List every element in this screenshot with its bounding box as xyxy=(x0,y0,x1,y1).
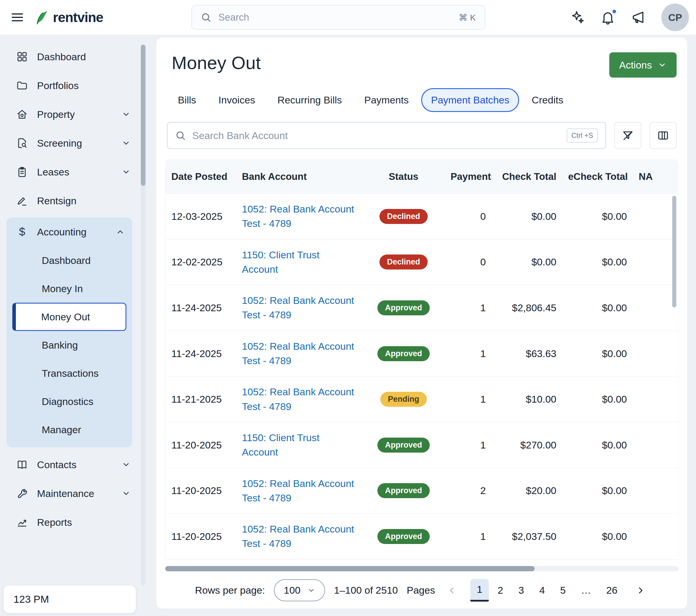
column-header-bank-account[interactable]: Bank Account xyxy=(236,160,362,193)
sidebar-scrollbar-thumb[interactable] xyxy=(141,45,145,186)
previous-page-button[interactable] xyxy=(444,585,460,596)
bank-account-link[interactable]: 1150: Client Trust Account xyxy=(242,249,319,275)
sidebar-item-diagnostics[interactable]: Diagnostics xyxy=(12,388,126,415)
sidebar-item-label: Transactions xyxy=(42,368,98,379)
column-header-echeck-total[interactable]: eCheck Total xyxy=(562,160,633,193)
rows-per-page-label: Rows per page: xyxy=(195,585,265,596)
bank-account-link[interactable]: 1052: Real Bank Account Test - 4789 xyxy=(242,386,354,412)
sidebar-item-accounting-dashboard[interactable]: Dashboard xyxy=(12,246,126,274)
chevron-down-icon xyxy=(122,168,130,176)
page-ellipsis: … xyxy=(575,580,598,601)
tab-credits[interactable]: Credits xyxy=(522,88,573,112)
table-row[interactable]: 11-24-2025 1052: Real Bank Account Test … xyxy=(165,331,678,377)
table-row[interactable]: 11-20-2025 1150: Client Trust Account Ap… xyxy=(165,422,678,468)
column-header-check-total[interactable]: Check Total xyxy=(492,160,562,193)
tab-invoices[interactable]: Invoices xyxy=(209,88,265,112)
tab-bar: Bills Invoices Recurring Bills Payments … xyxy=(156,88,687,112)
cell-echeck-total: $0.00 xyxy=(562,294,633,322)
sidebar-item-manager[interactable]: Manager xyxy=(12,415,126,444)
sidebar-item-accounting[interactable]: $ Accounting xyxy=(6,218,132,246)
sidebar-item-screening[interactable]: Screening xyxy=(6,129,138,158)
table-row[interactable]: 12-03-2025 1052: Real Bank Account Test … xyxy=(165,193,678,239)
page-button-4[interactable]: 4 xyxy=(533,580,551,601)
clear-filters-button[interactable] xyxy=(614,122,641,149)
sidebar-item-transactions[interactable]: Transactions xyxy=(12,359,126,388)
bank-account-search[interactable]: Ctrl +S xyxy=(167,122,606,149)
tab-recurring-bills[interactable]: Recurring Bills xyxy=(268,88,351,112)
sidebar-item-label: Dashboard xyxy=(37,51,130,63)
table-vertical-scrollbar-thumb[interactable] xyxy=(672,196,676,307)
sidebar-item-dashboard[interactable]: Dashboard xyxy=(6,42,138,71)
pages-label: Pages xyxy=(407,585,435,596)
table-header-row: Date Posted Bank Account Status Payments… xyxy=(165,160,678,193)
global-search[interactable]: ⌘ K xyxy=(191,5,485,30)
status-badge: Approved xyxy=(377,483,430,498)
cell-date: 12-03-2025 xyxy=(165,203,236,231)
cell-payments: 1 xyxy=(445,431,492,459)
columns-button[interactable] xyxy=(650,122,677,149)
pagination-bar: Rows per page: 100 1–100 of 2510 Pages 1… xyxy=(156,579,687,602)
chevron-down-icon xyxy=(122,489,130,498)
sidebar-item-label: Money Out xyxy=(41,311,90,323)
sidebar-item-rentsign[interactable]: Rentsign xyxy=(6,186,138,215)
column-header-nacha[interactable]: NA xyxy=(633,160,678,193)
tab-bills[interactable]: Bills xyxy=(168,88,206,112)
column-header-status[interactable]: Status xyxy=(362,160,445,193)
sidebar-item-contacts[interactable]: Contacts xyxy=(6,450,138,479)
column-header-date-posted[interactable]: Date Posted xyxy=(165,160,236,193)
chevron-down-icon xyxy=(307,587,315,594)
actions-button[interactable]: Actions xyxy=(609,52,677,78)
notifications-button[interactable] xyxy=(600,10,615,25)
sidebar-item-money-out[interactable]: Money Out xyxy=(12,303,126,331)
chevron-down-icon xyxy=(122,460,130,469)
bank-account-link[interactable]: 1052: Real Bank Account Test - 4789 xyxy=(242,523,354,549)
sidebar-item-property[interactable]: Property xyxy=(6,100,138,129)
bank-account-search-input[interactable] xyxy=(192,130,561,142)
announcements-button[interactable] xyxy=(631,10,646,25)
page-title: Money Out xyxy=(172,52,261,73)
bank-account-link[interactable]: 1052: Real Bank Account Test - 4789 xyxy=(242,295,354,320)
sidebar-item-reports[interactable]: Reports xyxy=(6,508,138,537)
table-row[interactable]: 11-21-2025 1052: Real Bank Account Test … xyxy=(165,376,678,422)
table-row[interactable]: 12-02-2025 1150: Client Trust Account De… xyxy=(165,239,678,285)
sidebar-item-money-in[interactable]: Money In xyxy=(12,274,126,303)
search-icon xyxy=(201,12,211,22)
sidebar-item-label: Accounting xyxy=(37,226,107,238)
dashboard-grid-icon xyxy=(16,51,28,63)
page-button-26[interactable]: 26 xyxy=(600,580,624,601)
status-badge: Approved xyxy=(377,438,430,453)
page-button-2[interactable]: 2 xyxy=(491,580,510,601)
next-page-button[interactable] xyxy=(633,585,649,596)
sidebar-item-maintenance[interactable]: Maintenance xyxy=(6,479,138,508)
bank-account-link[interactable]: 1052: Real Bank Account Test - 4789 xyxy=(242,341,354,366)
ai-assistant-button[interactable] xyxy=(570,10,585,25)
table-row[interactable]: 11-20-2025 1150: Client Trust Account Ap… xyxy=(165,559,678,563)
cell-echeck-total: $0.00 xyxy=(562,385,633,413)
bank-account-link[interactable]: 1052: Real Bank Account Test - 4789 xyxy=(242,203,354,229)
cell-check-total: $2,037.50 xyxy=(492,523,562,551)
table-row[interactable]: 11-20-2025 1052: Real Bank Account Test … xyxy=(165,514,678,559)
bank-account-link[interactable]: 1052: Real Bank Account Test - 4789 xyxy=(242,478,354,503)
global-search-input[interactable] xyxy=(218,12,452,23)
page-button-3[interactable]: 3 xyxy=(512,580,531,601)
page-button-1[interactable]: 1 xyxy=(470,579,489,602)
sidebar-item-banking[interactable]: Banking xyxy=(12,331,126,359)
chevron-left-icon xyxy=(447,585,457,596)
page-button-5[interactable]: 5 xyxy=(554,580,572,601)
sidebar-item-leases[interactable]: Leases xyxy=(6,158,138,186)
tab-payments[interactable]: Payments xyxy=(354,88,418,112)
chart-icon xyxy=(16,516,28,528)
table-row[interactable]: 11-20-2025 1052: Real Bank Account Test … xyxy=(165,468,678,514)
user-avatar[interactable]: CP xyxy=(661,3,689,31)
sidebar-item-label: Banking xyxy=(42,339,78,351)
tab-payment-batches[interactable]: Payment Batches xyxy=(421,88,519,112)
table-horizontal-scrollbar-thumb[interactable] xyxy=(165,566,535,571)
hamburger-menu-button[interactable] xyxy=(11,11,24,24)
chevron-up-icon xyxy=(116,227,125,236)
sidebar-item-portfolios[interactable]: Portfolios xyxy=(6,71,138,100)
bank-account-link[interactable]: 1150: Client Trust Account xyxy=(242,432,319,458)
rows-per-page-select[interactable]: 100 xyxy=(274,579,326,601)
table-row[interactable]: 11-24-2025 1052: Real Bank Account Test … xyxy=(165,285,678,331)
column-header-payments[interactable]: Payments xyxy=(445,160,492,193)
rentvine-logo[interactable]: rentvine xyxy=(33,10,103,25)
